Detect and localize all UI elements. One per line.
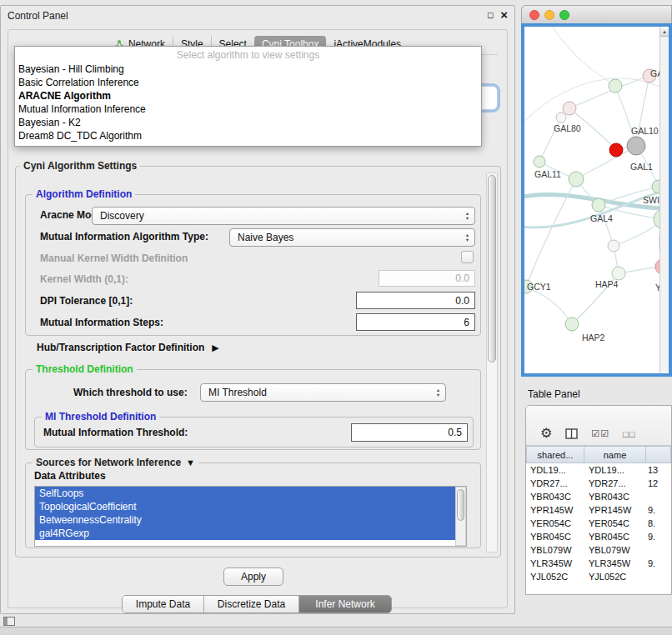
sources-group: Sources for Network Inference ▼ Data Att… xyxy=(25,462,481,548)
down-arrow-icon: ▼ xyxy=(465,217,469,221)
cell: 13 xyxy=(646,465,671,475)
cell: YLR345W xyxy=(584,558,646,568)
network-node[interactable] xyxy=(609,79,622,92)
close-window-icon[interactable]: × xyxy=(500,9,508,20)
column-header[interactable] xyxy=(646,446,671,463)
scroll-up-arrow-icon[interactable]: ▲ xyxy=(660,27,669,37)
table-row[interactable]: YBR043C YBR043C xyxy=(526,490,671,503)
node-label: GAL80 xyxy=(554,123,581,133)
network-node[interactable] xyxy=(556,112,566,122)
desktop: Control Panel ◻ × Network Style Select C… xyxy=(0,0,672,635)
algorithm-dropdown-popup: Select algorithm to view settings Bayesi… xyxy=(14,46,482,147)
table-row[interactable]: YLR345W YLR345W 9. xyxy=(526,557,671,570)
table-row[interactable]: YDL19... YDL19... 13 xyxy=(526,463,671,477)
network-canvas-container: GAL80 GAL10 GAL7 GAL11 GAL1 SWI4 GAL4 GC… xyxy=(521,23,672,377)
cell: 9. xyxy=(646,558,671,568)
network-node[interactable] xyxy=(534,156,545,168)
node-label: GAL4 xyxy=(590,213,613,223)
algorithm-option[interactable]: Bayesian - Hill Climbing xyxy=(15,62,481,76)
network-canvas[interactable]: GAL80 GAL10 GAL7 GAL11 GAL1 SWI4 GAL4 GC… xyxy=(524,27,659,373)
table-row[interactable]: YJL052C YJL052C xyxy=(526,570,671,583)
minimize-button[interactable] xyxy=(544,10,554,20)
data-attributes-list[interactable]: SelfLoops TopologicalCoefficient Between… xyxy=(34,486,467,547)
dpi-tolerance-field[interactable]: 0.0 xyxy=(356,292,475,309)
zoom-button[interactable] xyxy=(559,10,569,20)
scrollbar-thumb[interactable] xyxy=(488,175,496,362)
hub-definition-toggle[interactable]: Hub/Transcription Factor Definition ▶ xyxy=(37,342,219,353)
tab-infer-network[interactable]: Infer Network xyxy=(298,596,391,612)
combobox-stepper-icon: ▲ ▼ xyxy=(431,388,445,398)
algorithm-option[interactable]: Mutual Information Inference xyxy=(15,102,481,116)
sources-toggle[interactable]: Sources for Network Inference ▼ xyxy=(33,457,198,468)
group-title: Threshold Definition xyxy=(33,363,137,375)
which-threshold-combobox[interactable]: MI Threshold ▲ ▼ xyxy=(200,383,446,402)
network-node-gray[interactable] xyxy=(627,137,645,155)
deselect-all-icon[interactable]: □□ xyxy=(623,429,635,439)
control-panel-titlebar[interactable]: Control Panel ◻ × xyxy=(1,6,514,28)
network-window-titlebar[interactable] xyxy=(521,5,672,23)
list-item[interactable]: TopologicalCoefficient xyxy=(35,500,456,513)
settings-scrollbar[interactable] xyxy=(486,172,498,552)
scrollbar-thumb[interactable] xyxy=(457,489,464,521)
table-panel-window: ⚙ ☑☑ □□ shared... name YDL19... YDL19...… xyxy=(525,405,672,595)
column-header[interactable]: name xyxy=(584,446,646,463)
cell: YER054C xyxy=(526,518,584,528)
group-title: Cyni Algorithm Settings xyxy=(20,160,140,172)
table-row[interactable]: YDR27... YDR27... 12 xyxy=(526,477,671,490)
select-all-icon[interactable]: ☑☑ xyxy=(591,428,609,439)
table-row[interactable]: YPR145W YPR145W 9. xyxy=(526,503,671,517)
close-button[interactable] xyxy=(529,10,539,20)
mi-steps-field[interactable]: 6 xyxy=(356,313,475,331)
list-item[interactable]: SelfLoops xyxy=(35,487,456,500)
gear-icon[interactable]: ⚙ xyxy=(540,428,552,439)
network-vertical-scrollbar[interactable]: ▲ xyxy=(659,27,669,373)
panel-dock-icon[interactable] xyxy=(3,617,15,626)
columns-icon[interactable] xyxy=(565,428,578,439)
kernel-width-field[interactable]: 0.0 xyxy=(379,270,475,287)
network-node[interactable] xyxy=(608,240,619,252)
algorithm-option[interactable]: Bayesian - K2 xyxy=(15,116,481,129)
float-window-icon[interactable]: ◻ xyxy=(487,10,494,19)
table-row[interactable]: YBR045C YBR045C 9. xyxy=(526,530,671,543)
cell: YPR145W xyxy=(526,505,584,515)
list-item[interactable]: gal4RGexp xyxy=(35,527,456,540)
list-scrollbar[interactable] xyxy=(455,487,466,546)
node-label: GAL10 xyxy=(631,126,659,136)
apply-button[interactable]: Apply xyxy=(223,568,283,586)
table-row[interactable]: YER054C YER054C 8. xyxy=(526,517,671,530)
column-header[interactable]: shared... xyxy=(526,446,584,463)
cell: YBR043C xyxy=(584,492,646,502)
mi-type-combobox[interactable]: Naive Bayes ▲ ▼ xyxy=(229,228,475,247)
combobox-value: MI Threshold xyxy=(201,387,431,398)
aracne-mode-combobox[interactable]: Discovery ▲ ▼ xyxy=(92,207,475,225)
network-node[interactable] xyxy=(612,267,625,280)
algorithm-option[interactable]: Dream8 DC_TDC Algorithm xyxy=(15,129,481,142)
down-arrow-icon: ▼ xyxy=(465,238,469,242)
network-node[interactable] xyxy=(652,180,659,193)
network-node[interactable] xyxy=(563,102,576,115)
cell: YDL19... xyxy=(584,465,646,475)
cell: YER054C xyxy=(584,518,646,528)
list-item[interactable]: BetweennessCentrality xyxy=(35,513,456,527)
mi-threshold-field[interactable]: 0.5 xyxy=(351,423,468,442)
mi-type-label: Mutual Information Algorithm Type: xyxy=(40,231,208,242)
network-node[interactable] xyxy=(565,318,579,331)
network-node-red[interactable] xyxy=(609,143,623,157)
table-row[interactable]: YBL079W YBL079W xyxy=(526,543,671,557)
mi-steps-label: Mutual Information Steps: xyxy=(40,317,163,328)
cell: YLR345W xyxy=(526,558,584,568)
algorithm-option-highlighted[interactable]: ARACNE Algorithm xyxy=(15,89,481,102)
tab-impute-data[interactable]: Impute Data xyxy=(123,596,203,612)
expanded-triangle-icon: ▼ xyxy=(186,458,195,468)
tab-discretize-data[interactable]: Discretize Data xyxy=(203,596,298,612)
cell: YBL079W xyxy=(526,545,584,555)
cell: YDR27... xyxy=(584,478,646,488)
network-node[interactable] xyxy=(569,172,584,187)
cell: 12 xyxy=(646,478,671,488)
network-node[interactable] xyxy=(592,198,605,212)
group-title: MI Threshold Definition xyxy=(42,411,159,422)
kernel-width-label: Kernel Width (0,1): xyxy=(40,273,128,285)
dpi-tolerance-label: DPI Tolerance [0,1]: xyxy=(40,295,133,307)
manual-kernel-checkbox[interactable] xyxy=(461,251,474,263)
algorithm-option[interactable]: Basic Correlation Inference xyxy=(15,76,481,89)
